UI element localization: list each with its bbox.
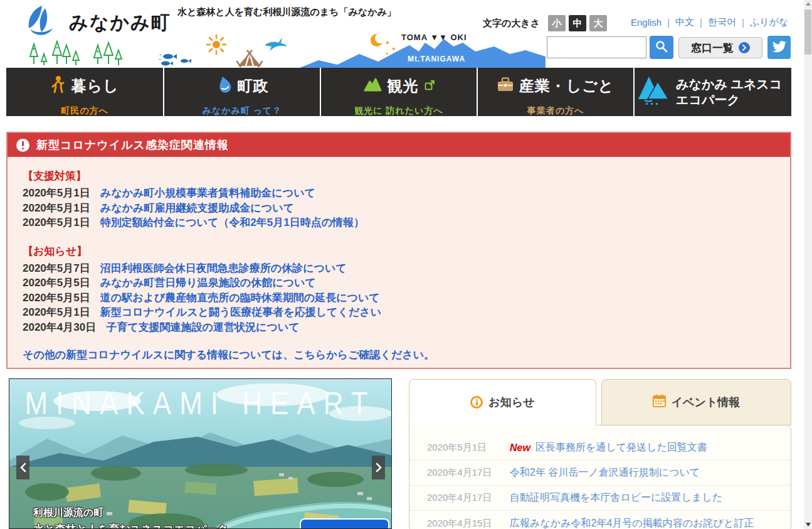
carousel-next-button[interactable] [372, 456, 385, 479]
carousel-caption-line2: 水と森林と人を育むユネスコエコパーク [33, 522, 228, 529]
covid-more-info-link[interactable]: その他の新型コロナウイルスに関する情報については、こちらからご確認ください。 [23, 348, 778, 362]
lang-korean-link[interactable]: 한국어 [708, 16, 736, 28]
site-header: みなかみ町 水と森林と人を育む利根川源流のまち「みなかみ」 [0, 0, 804, 68]
alert-date: 2020年5月1日 [23, 216, 90, 228]
alert-date: 2020年5月1日 [23, 187, 90, 199]
news-link[interactable]: 区長事務所を通して発送した回覧文書 [535, 441, 707, 454]
water-swirl-logo-icon [25, 5, 61, 40]
alert-link[interactable]: みなかみ町営日帰り温泉施設の休館について [100, 277, 316, 289]
font-size-small-button[interactable]: 小 [548, 15, 566, 31]
news-panel: 2020年5月1日 New 区長事務所を通して発送した回覧文書 2020年4月1… [409, 425, 791, 529]
site-name: みなかみ町 [69, 10, 171, 36]
alert-row: 2020年4月30日子育て支援関連施設の運営状況について [23, 320, 778, 335]
alert-link[interactable]: 新型コロナウイルスと闘う医療従事者を応援してください [100, 306, 381, 318]
chevron-right-icon [739, 42, 750, 53]
lang-separator: | [700, 17, 702, 28]
hero-carousel: MINAKAMI HEART 利根川源流の町 水と森林と人を育むユネスコエコパー… [9, 378, 392, 529]
news-link[interactable]: 令和2年 谷川岳一ノ倉沢通行規制について [510, 466, 700, 479]
main-nav: 暮らし 町民の方へ 町政 みなかみ町 って？ [6, 68, 791, 116]
scrollbar-down-arrow[interactable] [806, 523, 811, 526]
nav-label: 暮らし [71, 76, 119, 96]
nav-label: みなかみ ユネスコ エコパーク [676, 77, 788, 108]
alert-row: 2020年5月5日みなかみ町営日帰り温泉施設の休館について [23, 275, 778, 291]
madoguchi-label: 窓口一覧 [691, 41, 734, 55]
font-size-medium-button[interactable]: 中 [569, 15, 586, 31]
news-date: 2020年4月17日 [427, 492, 497, 504]
nav-item-ecopark[interactable]: みなかみ ユネスコ エコパーク [633, 68, 791, 116]
carousel-overlay-title: MINAKAMI HEART [9, 385, 391, 422]
twitter-button[interactable] [767, 36, 791, 59]
info-icon [470, 396, 483, 409]
lang-chinese-link[interactable]: 中文 [675, 16, 694, 28]
news-date: 2020年4月15日 [427, 518, 497, 529]
alert-date: 2020年5月1日 [23, 306, 90, 318]
font-size-large-button[interactable]: 大 [589, 15, 607, 31]
nav-item-kurashi[interactable]: 暮らし 町民の方へ [6, 68, 163, 116]
covid-alert-title: 新型コロナウイルス感染症関連情報 [36, 137, 229, 152]
search-button[interactable] [650, 36, 673, 59]
covid-alert-box: 新型コロナウイルス感染症関連情報 【支援対策】 2020年5月1日みなかみ町小規… [6, 132, 791, 369]
tab-oshirase[interactable]: お知らせ [409, 379, 596, 425]
tanigawa-label: Mt.TANIGAWA [408, 55, 465, 63]
alert-link[interactable]: 子育て支援関連施設の運営状況について [106, 321, 299, 333]
alert-row: 2020年5月5日道の駅および農産物直売所の臨時休業期間の延長について [23, 291, 778, 306]
lang-separator: | [667, 17, 670, 28]
alert-link[interactable]: みなかみ町小規模事業者賃料補助金について [100, 187, 315, 199]
carousel-prev-button[interactable] [16, 456, 29, 479]
news-link[interactable]: 広報みなかみ令和2年4月号の掲載内容のお詫びと訂正 [510, 517, 754, 529]
alert-date: 2020年5月5日 [23, 277, 90, 289]
alert-date: 2020年5月1日 [23, 202, 90, 214]
language-links: English | 中文 | 한국어 | ふりがな [631, 16, 788, 28]
nav-item-kankou[interactable]: 観光 観光に 訪れたい方へ [320, 68, 477, 116]
alert-row: 2020年5月1日みなかみ町雇用継続支援助成金について [23, 201, 778, 216]
alert-link[interactable]: みなかみ町雇用継続支援助成金について [100, 202, 294, 214]
nav-item-chousei[interactable]: 町政 みなかみ町 って？ [163, 68, 320, 116]
alert-date: 2020年4月30日 [23, 321, 96, 333]
site-logo[interactable]: みなかみ町 [25, 5, 171, 40]
nav-sub: 事業者の方へ [527, 105, 584, 117]
alert-link[interactable]: 沼田利根医師会休日夜間急患診療所の休診について [100, 262, 347, 274]
scrollbar-thumb[interactable] [804, 9, 811, 55]
vertical-scrollbar [804, 0, 812, 529]
ecopark-logo-icon [638, 75, 668, 109]
tab-event-info[interactable]: イベント情報 [601, 379, 791, 425]
carousel-blue-button[interactable] [300, 518, 389, 529]
site-tagline: 水と森林と人を育む利根川源流のまち「みなかみ」 [177, 6, 396, 18]
scrollbar-up-arrow[interactable] [806, 2, 811, 6]
covid-alert-header: 新型コロナウイルス感染症関連情報 [8, 133, 790, 157]
search-icon [655, 40, 668, 55]
tent-icon [233, 50, 266, 70]
support-heading: 【支援対策】 [23, 169, 778, 183]
briefcase-icon [497, 77, 514, 95]
person-icon [50, 75, 65, 97]
exclamation-icon [16, 139, 29, 152]
alert-row: 2020年5月7日沼田利根医師会休日夜間急患診療所の休診について [23, 261, 778, 276]
font-size-label: 文字の大きさ [483, 18, 540, 29]
font-size-control: 文字の大きさ 小 中 大 [483, 15, 607, 31]
lang-furigana-link[interactable]: ふりがな [750, 16, 788, 28]
madoguchi-list-button[interactable]: 窓口一覧 [678, 37, 762, 58]
alert-link[interactable]: 特別定額給付金について（令和2年5月1日時点の情報） [100, 216, 364, 228]
page: みなかみ町 水と森林と人を育む利根川源流のまち「みなかみ」 [0, 0, 812, 529]
tab-label: お知らせ [488, 395, 534, 410]
lang-english-link[interactable]: English [631, 17, 662, 28]
nav-label: 産業・しごと [519, 76, 614, 96]
news-row: 2020年4月17日 令和2年 谷川岳一ノ倉沢通行規制について [409, 461, 791, 486]
alert-row: 2020年5月1日新型コロナウイルスと闘う医療従事者を応援してください [23, 305, 778, 320]
search-input[interactable] [547, 36, 646, 58]
news-link[interactable]: 自動証明写真機を本庁舎ロビーに設置しました [510, 491, 722, 505]
news-row: 2020年4月15日 広報みなかみ令和2年4月号の掲載内容のお詫びと訂正 [409, 511, 791, 529]
tab-label: イベント情報 [672, 395, 741, 410]
carousel-caption-line1: 利根川源流の町 [33, 506, 103, 520]
trees-icon [24, 39, 124, 69]
covid-alert-body: 【支援対策】 2020年5月1日みなかみ町小規模事業者賃料補助金について 202… [8, 157, 790, 362]
nav-label: 観光 [388, 76, 419, 96]
new-badge: New [510, 442, 530, 454]
alert-row: 2020年5月1日みなかみ町小規模事業者賃料補助金について [23, 186, 778, 201]
alert-link[interactable]: 道の駅および農産物直売所の臨時休業期間の延長について [100, 292, 380, 304]
fish-icon [158, 53, 197, 69]
news-row: 2020年5月1日 New 区長事務所を通して発送した回覧文書 [409, 435, 791, 461]
nav-item-sangyou[interactable]: 産業・しごと 事業者の方へ [477, 68, 633, 116]
news-row: 2020年4月17日 自動証明写真機を本庁舎ロビーに設置しました [409, 486, 791, 511]
twitter-bird-icon [772, 41, 786, 55]
